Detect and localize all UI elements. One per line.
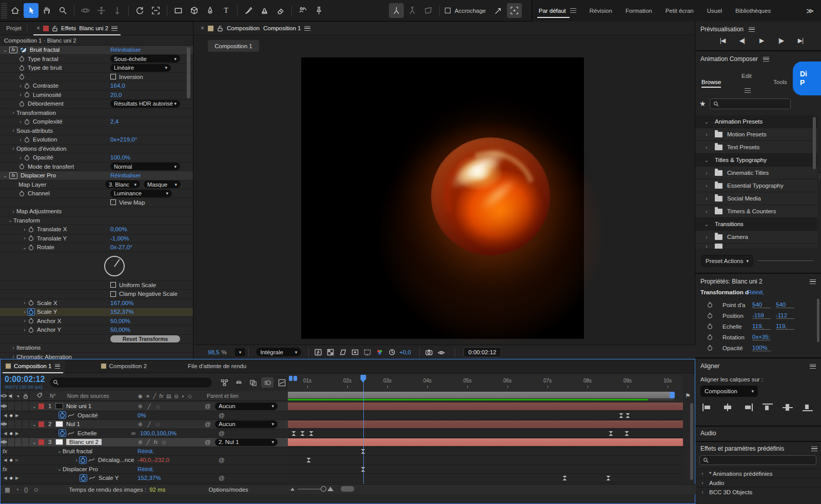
contraste-value[interactable]: 164,0 [110, 83, 125, 89]
stopwatch-icon[interactable] [28, 244, 34, 251]
map-layer-dropdown[interactable]: 3. Blanc▾ [105, 180, 140, 188]
layer-row-noir-uni-1[interactable]: ⌄ 1 Noir uni 1 ⊕╱◎ @ Aucun▾ [1, 402, 288, 411]
options-modes-label[interactable]: Options/modes [208, 487, 248, 493]
keyframe[interactable] [563, 476, 568, 480]
property-value-x[interactable]: 119, [752, 323, 771, 330]
pickwhip-icon[interactable]: @ [205, 403, 211, 409]
track-blanc-uni-2[interactable] [288, 438, 683, 447]
twirl-icon[interactable]: › [22, 227, 28, 232]
label-color-swatch[interactable] [38, 421, 44, 427]
graph-editor-icon[interactable] [276, 377, 288, 388]
discover-plugins-button[interactable]: DiP [793, 62, 821, 95]
transparency-grid-icon[interactable] [324, 347, 337, 358]
debordement-dropdown[interactable]: Résultats HDR autorisé▾ [110, 100, 180, 108]
composition-mini-flowchart-icon[interactable] [218, 377, 230, 388]
chevron-icon[interactable]: › [703, 183, 710, 189]
effect-enabled-badge[interactable]: fx [9, 172, 17, 179]
stopwatch-icon[interactable] [24, 118, 30, 125]
twirl-icon[interactable]: › [22, 235, 28, 241]
tab-tools[interactable]: Tools [773, 79, 787, 85]
pickwhip-icon[interactable]: @ [219, 430, 225, 436]
workspace-tab[interactable]: Révision [583, 0, 619, 22]
parent-dropdown[interactable]: 2. Nul 1▾ [215, 438, 278, 446]
align-right-icon[interactable] [742, 404, 753, 411]
property-value-y[interactable]: 119, [776, 323, 794, 330]
twirl-icon[interactable]: ⌄ [56, 448, 63, 454]
align-center-vertical-icon[interactable] [783, 404, 793, 411]
stopwatch-icon[interactable] [24, 154, 30, 161]
audio-toggle[interactable] [8, 420, 15, 429]
view-map-checkbox[interactable] [110, 199, 116, 205]
reset-link[interactable]: Réinit. [138, 466, 154, 472]
type-fractal-dropdown[interactable]: Sous-échelle▾ [110, 55, 180, 63]
timeline-search-input[interactable] [49, 377, 212, 388]
first-frame-button[interactable]: |◀ [716, 37, 729, 44]
add-keyframe-icon[interactable]: ◆ [10, 413, 13, 418]
effect-header-displacer-pro[interactable]: ⌄ fx Displacer Pro Réinitialiser [0, 171, 193, 180]
timeline-scrollbar[interactable] [690, 403, 693, 480]
stopwatch-icon[interactable] [707, 345, 713, 351]
evolution-value[interactable]: 0x+219,0° [110, 136, 137, 143]
transform-section-label[interactable]: Transformation d [700, 289, 749, 295]
layer-name[interactable]: Nul 1 [66, 421, 80, 427]
type-bruit-dropdown[interactable]: Linéaire▾ [110, 64, 171, 72]
align-target-dropdown[interactable]: Composition▾ [700, 386, 758, 397]
composition-tab[interactable]: Composition 1 [208, 40, 259, 52]
close-icon[interactable]: × [201, 25, 204, 32]
next-frame-button[interactable]: |▶ [774, 37, 788, 44]
solo-toggle[interactable] [15, 402, 22, 411]
next-keyframe-icon[interactable]: ▶ [15, 457, 19, 462]
property-value-y[interactable]: -112 [776, 312, 794, 319]
map-layer-source-dropdown[interactable]: Masque▾ [144, 180, 181, 188]
channel-rgb-icon[interactable] [374, 347, 386, 358]
eraser-tool-icon[interactable] [273, 3, 288, 18]
zoom-tool-icon[interactable] [55, 3, 70, 18]
panel-menu-icon[interactable] [810, 364, 816, 369]
effects-presets-panel-title[interactable]: Effets et paramètres prédéfinis [700, 445, 784, 452]
show-snapshot-icon[interactable] [435, 347, 447, 358]
effect-enabled-badge[interactable]: fx [9, 47, 17, 53]
properties-panel-title[interactable]: Propriétés: Blanc uni 2 [700, 278, 763, 285]
pickwhip-icon[interactable]: @ [219, 475, 225, 481]
property-value-x[interactable]: 540 [752, 301, 771, 308]
graph-toggle-icon[interactable] [88, 457, 95, 462]
preset-list-scrollbar[interactable] [813, 117, 816, 169]
preset-actions-button[interactable]: Preset Actions▾ [701, 255, 753, 267]
panel-menu-icon[interactable] [811, 447, 817, 451]
keyframe[interactable] [292, 431, 297, 436]
effect-name[interactable]: Bruit fractal [30, 47, 60, 53]
twirl-icon[interactable]: › [17, 137, 24, 143]
scale-y-value[interactable]: 152,37% [138, 475, 161, 481]
scale-x-value[interactable]: 167,00% [110, 300, 133, 306]
panel-menu-icon[interactable] [304, 26, 310, 31]
selection-tool-icon[interactable] [24, 3, 38, 18]
eye-toggle[interactable] [1, 402, 8, 411]
next-keyframe-icon[interactable]: ▶ [15, 431, 19, 436]
group-transformation[interactable]: › Transformation [0, 109, 193, 118]
guides-icon[interactable] [361, 347, 374, 358]
preset-row[interactable]: ⌄ Transitions [695, 218, 817, 231]
shear-icon[interactable] [491, 3, 506, 18]
tab-browse[interactable]: Browse [701, 79, 721, 88]
property-row-scale-y[interactable]: ◀◆▶ Scale Y 152,37% @ [1, 474, 288, 483]
twirl-icon[interactable]: › [10, 128, 16, 133]
prev-keyframe-icon[interactable]: ◀ [4, 431, 7, 436]
property-value-y[interactable]: 540 [776, 301, 794, 308]
preset-row[interactable]: › Text Presets [695, 141, 817, 154]
zoom-out-icon[interactable] [290, 488, 295, 491]
rotation-dial[interactable] [104, 256, 125, 276]
track-noir-uni-1[interactable] [288, 402, 683, 411]
prev-keyframe-icon[interactable]: ◀ [4, 457, 7, 462]
reset-transforms-button[interactable]: Reset Transforms [110, 335, 180, 342]
zoom-dropdown-icon[interactable]: ▾ [235, 348, 246, 356]
track-opacite[interactable] [288, 411, 683, 420]
view-axis-mode-icon[interactable] [421, 3, 436, 18]
preset-row[interactable]: › Essential Typography [695, 179, 817, 192]
twirl-icon[interactable]: ⌄ [7, 217, 13, 223]
twirl-icon[interactable]: ⌄ [31, 404, 37, 409]
align-left-icon[interactable] [702, 404, 713, 411]
playhead-marker[interactable] [361, 375, 366, 382]
snapshot-camera-icon[interactable] [423, 347, 435, 358]
graph-toggle-icon[interactable] [68, 431, 74, 436]
twirl-icon[interactable]: › [10, 345, 16, 351]
